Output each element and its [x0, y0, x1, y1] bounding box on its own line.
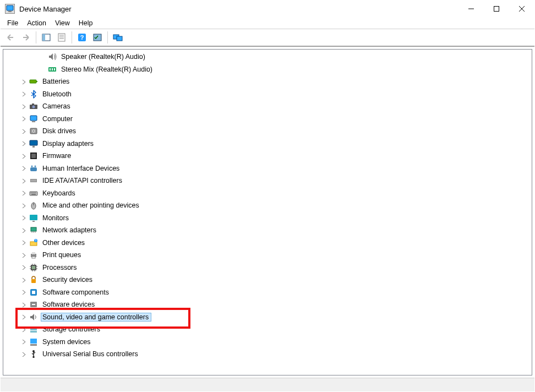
category-label: Keyboards — [41, 189, 78, 198]
category-label: Display adapters — [41, 139, 96, 148]
expand-icon[interactable] — [20, 202, 28, 209]
system-icon — [29, 337, 39, 347]
category-label: System devices — [41, 337, 94, 346]
expand-icon[interactable] — [20, 165, 28, 172]
category-processors[interactable]: Processors — [3, 262, 532, 274]
category-label: IDE ATA/ATAPI controllers — [41, 176, 125, 185]
expand-icon[interactable] — [20, 239, 28, 247]
expand-icon[interactable] — [20, 189, 28, 197]
category-usb[interactable]: Universal Serial Bus controllers — [3, 348, 532, 361]
expand-icon[interactable] — [20, 288, 28, 296]
category-ide[interactable]: IDE ATA/ATAPI controllers — [3, 175, 532, 187]
expand-icon[interactable] — [20, 226, 28, 234]
category-monitors[interactable]: Monitors — [3, 212, 532, 225]
category-label: Disk drives — [41, 127, 79, 135]
toolbar-separator — [107, 31, 108, 43]
category-sound[interactable]: Sound, video and game controllers — [3, 311, 532, 324]
expand-icon[interactable] — [20, 251, 28, 259]
toolbar — [1, 29, 534, 46]
category-label: Print queues — [41, 251, 84, 259]
expand-icon[interactable] — [20, 102, 28, 110]
expand-icon[interactable] — [20, 90, 28, 98]
expand-icon[interactable] — [20, 214, 28, 222]
category-label: Other devices — [41, 238, 88, 247]
mixer-icon — [47, 64, 57, 74]
category-bluetooth[interactable]: Bluetooth — [3, 88, 532, 101]
bluetooth-icon — [29, 89, 39, 99]
expand-icon[interactable] — [20, 338, 28, 346]
category-label: Security devices — [41, 275, 95, 284]
nav-forward-button[interactable] — [19, 31, 32, 44]
menu-view[interactable]: View — [51, 18, 74, 28]
menu-file[interactable]: File — [3, 18, 23, 28]
expand-icon[interactable] — [20, 78, 28, 85]
network-icon — [29, 225, 39, 235]
maximize-button[interactable] — [484, 1, 509, 17]
category-firmware[interactable]: Firmware — [3, 150, 532, 162]
device-item-speaker-realtek[interactable]: Speaker (Realtek(R) Audio) — [3, 51, 532, 63]
category-label: Monitors — [41, 214, 72, 222]
expand-icon[interactable] — [20, 127, 28, 135]
show-hide-tree-button[interactable] — [40, 31, 53, 44]
device-label: Speaker (Realtek(R) Audio) — [59, 52, 148, 61]
category-hid[interactable]: Human Interface Devices — [3, 162, 532, 175]
toolbar-separator — [72, 31, 72, 43]
category-mice[interactable]: Mice and other pointing devices — [3, 199, 532, 212]
close-button[interactable] — [509, 1, 534, 17]
category-other[interactable]: Other devices — [3, 237, 532, 249]
nav-back-button[interactable] — [4, 31, 17, 44]
expand-icon[interactable] — [20, 115, 28, 123]
properties-button[interactable] — [55, 31, 68, 44]
category-computer[interactable]: Computer — [3, 113, 532, 126]
expand-icon[interactable] — [20, 177, 28, 184]
expand-icon[interactable] — [20, 276, 28, 284]
printer-icon — [29, 250, 39, 260]
category-label: Computer — [41, 115, 75, 123]
category-storage[interactable]: Storage controllers — [3, 323, 532, 336]
show-displays-button[interactable] — [111, 31, 124, 44]
category-sw-devices[interactable]: Software devices — [3, 298, 532, 311]
expand-icon[interactable] — [20, 152, 28, 160]
category-keyboards[interactable]: Keyboards — [3, 187, 532, 200]
device-tree[interactable]: Speaker (Realtek(R) Audio) Stereo Mix (R… — [3, 49, 532, 375]
menu-action[interactable]: Action — [23, 18, 51, 28]
category-display-adapters[interactable]: Display adapters — [3, 138, 532, 150]
ide-icon — [29, 176, 39, 186]
window-title: Device Manager — [19, 5, 72, 13]
category-label: Human Interface Devices — [41, 164, 122, 173]
category-sw-components[interactable]: Software components — [3, 286, 532, 299]
firmware-icon — [29, 151, 39, 161]
category-label: Mice and other pointing devices — [41, 201, 142, 210]
minimize-button[interactable] — [458, 1, 484, 17]
category-security[interactable]: Security devices — [3, 274, 532, 286]
scan-hardware-button[interactable] — [91, 31, 104, 44]
category-system[interactable]: System devices — [3, 336, 532, 349]
battery-icon — [29, 77, 39, 86]
device-label: Stereo Mix (Realtek(R) Audio) — [59, 65, 155, 74]
category-label: Network adapters — [41, 226, 99, 235]
security-icon — [29, 275, 39, 285]
device-item-stereo-mix[interactable]: Stereo Mix (Realtek(R) Audio) — [3, 63, 532, 76]
category-print-queues[interactable]: Print queues — [3, 249, 532, 262]
other-icon — [29, 238, 39, 248]
expand-icon[interactable] — [20, 301, 28, 308]
category-network[interactable]: Network adapters — [3, 224, 532, 237]
svg-rect-55 — [494, 7, 499, 12]
swdev-icon — [29, 300, 39, 309]
expand-icon[interactable] — [20, 264, 28, 271]
expand-icon[interactable] — [20, 140, 28, 148]
category-label: Processors — [41, 263, 80, 272]
category-cameras[interactable]: Cameras — [3, 100, 532, 113]
cpu-icon — [29, 263, 39, 273]
menu-help[interactable]: Help — [74, 18, 97, 28]
expand-icon[interactable] — [20, 350, 28, 358]
expand-icon[interactable] — [20, 325, 28, 333]
category-disk-drives[interactable]: Disk drives — [3, 125, 532, 138]
display-icon — [29, 139, 39, 149]
help-button[interactable] — [75, 31, 89, 44]
speaker-icon — [47, 52, 57, 62]
category-label: Batteries — [41, 77, 72, 86]
category-batteries[interactable]: Batteries — [3, 75, 532, 88]
expand-icon[interactable] — [20, 313, 28, 321]
camera-icon — [29, 101, 39, 111]
